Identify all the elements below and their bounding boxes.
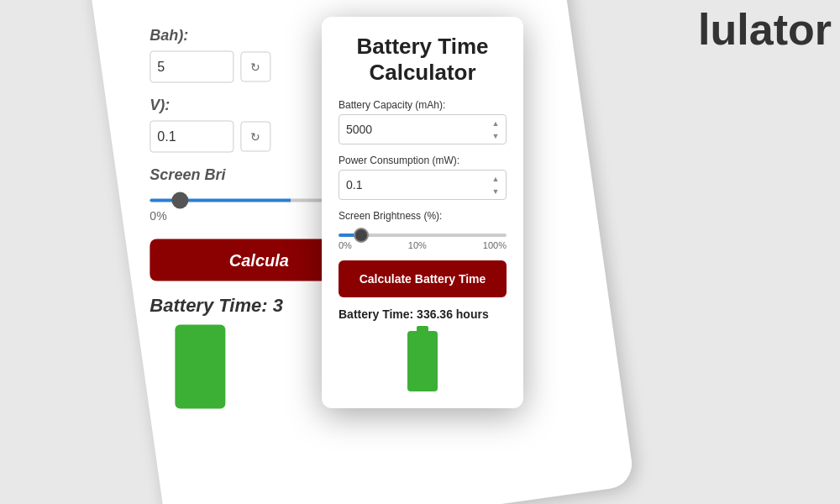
fg-brightness-label: Screen Brightness (%): [339,210,507,222]
bg-slider-min: 0% [150,209,166,223]
bg-battery-icon [175,325,225,409]
fg-power-spin-up[interactable]: ▲ [488,173,503,185]
fg-battery-icon [407,331,438,391]
bg-battery-input[interactable] [150,51,234,83]
fg-battery-spin: ▲ ▼ [488,118,503,142]
fg-calc-button[interactable]: Calculate Battery Time [339,260,507,297]
fg-power-spin-down[interactable]: ▼ [488,186,503,197]
bg-title: lulator [698,4,832,55]
fg-power-input-wrapper: ▲ ▼ [339,170,507,200]
bg-power-spin[interactable]: ↻ [240,122,270,152]
fg-battery-container [339,331,507,391]
fg-title: Battery Time Calculator [339,34,507,86]
fg-brightness-section: Screen Brightness (%): 0% 10% 100% [339,210,507,250]
fg-result: Battery Time: 336.36 hours [339,307,507,321]
fg-battery-label: Battery Capacity (mAh): [339,99,507,111]
fg-slider-max: 100% [483,240,507,250]
bg-battery-spin[interactable]: ↻ [240,52,270,82]
fg-battery-input[interactable] [339,114,507,144]
foreground-card: Battery Time Calculator Battery Capacity… [322,17,523,408]
fg-battery-input-wrapper: ▲ ▼ [339,114,507,144]
fg-power-input[interactable] [339,170,507,200]
fg-brightness-slider[interactable] [339,234,507,237]
fg-power-label: Power Consumption (mW): [339,155,507,166]
fg-slider-mid: 10% [408,240,427,250]
fg-slider-min: 0% [339,240,352,250]
fg-power-spin: ▲ ▼ [488,173,503,197]
fg-battery-spin-up[interactable]: ▲ [488,118,503,129]
bg-power-input[interactable] [150,121,234,153]
fg-battery-spin-down[interactable]: ▼ [488,130,503,142]
